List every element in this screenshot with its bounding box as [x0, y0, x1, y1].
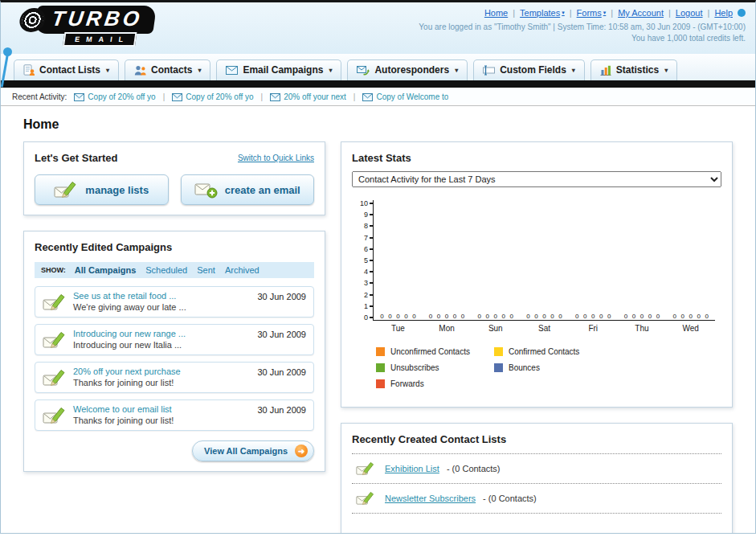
view-all-campaigns-button[interactable]: View All Campaigns ➜ [192, 440, 314, 461]
filter-scheduled[interactable]: Scheduled [145, 265, 187, 275]
pencil-envelope-icon [43, 293, 67, 312]
show-label: SHOW: [41, 266, 66, 274]
campaign-subtitle: Thanks for joining our list! [73, 416, 251, 425]
recent-activity-item[interactable]: Copy of Welcome to [362, 92, 448, 101]
pencil-envelope-icon [54, 180, 78, 199]
chart-value-label: 0 [656, 313, 660, 320]
chevron-down-icon: ▾ [562, 10, 565, 16]
campaigns-title: Recently Edited Campaigns [35, 241, 172, 253]
pencil-envelope-icon [356, 490, 375, 506]
chart-value-label: 0 [672, 313, 676, 320]
contact-list-link[interactable]: Exhibition List [385, 464, 439, 473]
tab-contacts[interactable]: Contacts▾ [125, 59, 210, 80]
campaign-row[interactable]: Introducing our new range ...Introducing… [35, 324, 314, 355]
chart-value-label: 0 [412, 313, 415, 320]
get-started-panel: Let's Get Started Switch to Quick Links … [23, 141, 325, 215]
filter-archived[interactable]: Archived [225, 265, 259, 275]
pencil-envelope-icon [43, 406, 67, 425]
campaign-title-link[interactable]: Introducing our new range ... [73, 329, 251, 338]
filter-all-campaigns[interactable]: All Campaigns [75, 265, 136, 275]
campaign-subtitle: We're giving away our late ... [73, 302, 251, 312]
chevron-down-icon: ▾ [455, 67, 458, 74]
legend-forwards: Forwards [376, 379, 494, 388]
filter-sent[interactable]: Sent [197, 265, 215, 275]
tab-autoresponders[interactable]: Autoresponders▾ [347, 59, 468, 80]
email-small-icon [74, 93, 84, 101]
campaign-date: 30 Jun 2009 [257, 329, 306, 350]
legend-swatch [494, 347, 503, 356]
recent-activity-item[interactable]: Copy of 20% off yo [74, 92, 155, 101]
stats-period-select[interactable]: Contact Activity for the Last 7 Days [352, 171, 721, 187]
chart-x-label: Wed [666, 321, 715, 333]
arrow-right-icon: ➜ [295, 445, 308, 457]
recent-activity-item[interactable]: Copy of 20% off yo [172, 92, 253, 101]
chart-x-label: Fri [569, 321, 618, 333]
create-an-email-button[interactable]: create an email [181, 174, 315, 205]
switch-quick-links-link[interactable]: Switch to Quick Links [238, 154, 314, 162]
contact-list-link[interactable]: Newsletter Subscribers [385, 494, 476, 503]
chart-value-label: 0 [510, 313, 513, 320]
custom-fields-icon [483, 65, 495, 76]
chart-plot: 00000000000000000000000000000000000 [373, 200, 715, 321]
chevron-down-icon: ▾ [329, 67, 332, 74]
top-nav-home[interactable]: Home [484, 8, 508, 18]
campaign-row[interactable]: Welcome to our email listThanks for join… [35, 399, 314, 431]
logo-text: TURBO [34, 6, 157, 34]
campaign-row[interactable]: See us at the retail food ...We're givin… [35, 286, 314, 318]
app-logo[interactable]: TURBO EMAIL [18, 6, 219, 52]
get-started-buttons: manage listscreate an email [35, 174, 314, 205]
campaign-title-link[interactable]: See us at the retail food ... [73, 291, 251, 301]
chart-x-label: Sat [520, 321, 569, 333]
left-column: Let's Get Started Switch to Quick Links … [23, 141, 325, 487]
top-nav-help[interactable]: Help [714, 8, 733, 18]
contact-list-row[interactable]: Newsletter Subscribers- (0 Contacts) [352, 484, 721, 514]
chart-y-axis: 109876543210 [352, 200, 373, 321]
chevron-down-icon: ▾ [106, 67, 109, 74]
chart-value-label: 0 [607, 313, 611, 320]
chart-value-label: 0 [575, 313, 578, 320]
app-window: TURBO EMAIL Home|Templates▾|Forms▾|My Ac… [0, 0, 756, 534]
nav-divider-bar [1, 80, 755, 88]
chart-x-label: Thu [618, 321, 667, 333]
campaign-title-link[interactable]: Welcome to our email list [73, 404, 251, 414]
campaign-filterbar: SHOW: All CampaignsScheduledSentArchived [35, 262, 314, 278]
top-nav-templates[interactable]: Templates▾ [520, 8, 565, 18]
top-nav: Home|Templates▾|Forms▾|My Account|Logout… [484, 8, 733, 18]
top-nav-my-account[interactable]: My Account [618, 8, 664, 18]
chart-value-label: 0 [494, 313, 497, 320]
contact-list-row[interactable]: Exhibition List- (0 Contacts) [352, 454, 721, 484]
chart-legend: Unconfirmed ContactsConfirmed ContactsUn… [376, 347, 721, 395]
campaign-date: 30 Jun 2009 [257, 367, 306, 387]
page-title: Home [23, 117, 733, 132]
tab-custom-fields[interactable]: Custom Fields▾ [473, 59, 585, 80]
chart-value-label: 0 [380, 313, 383, 320]
chart-value-label: 0 [599, 313, 603, 320]
legend-swatch [494, 363, 503, 372]
campaign-date: 30 Jun 2009 [257, 291, 306, 312]
top-right-area: Home|Templates▾|Forms▾|My Account|Logout… [419, 2, 755, 54]
chart-bar-group: 00000 [471, 200, 520, 320]
campaign-row[interactable]: 20% off your next purchaseThanks for joi… [35, 362, 314, 393]
main-nav-tabs: Contact Lists▾Contacts▾Email Campaigns▾A… [1, 54, 755, 80]
campaign-subtitle: Thanks for joining our list! [73, 378, 251, 387]
legend-unconfirmed-contacts: Unconfirmed Contacts [376, 347, 494, 356]
recent-activity-label: Recent Activity: [12, 92, 67, 101]
chart-value-label: 0 [526, 313, 529, 320]
campaign-title-link[interactable]: 20% off your next purchase [73, 367, 251, 376]
chart-value-label: 0 [478, 313, 481, 320]
contact-list-items: Exhibition List- (0 Contacts)Newsletter … [352, 453, 721, 514]
tab-email-campaigns[interactable]: Email Campaigns▾ [216, 59, 341, 80]
contact-lists-panel: Recently Created Contact Lists Exhibitio… [341, 423, 733, 534]
chart-value-label: 0 [558, 313, 562, 320]
chevron-down-icon: ▾ [664, 67, 668, 74]
top-nav-logout[interactable]: Logout [676, 8, 703, 18]
campaigns-panel: Recently Edited Campaigns SHOW: All Camp… [23, 231, 325, 472]
chart-value-label: 0 [502, 313, 505, 320]
chart-value-label: 0 [396, 313, 399, 320]
tab-statistics[interactable]: Statistics▾ [590, 59, 677, 80]
tab-contact-lists[interactable]: Contact Lists▾ [14, 59, 119, 80]
chevron-down-icon: ▾ [198, 67, 201, 74]
manage-lists-button[interactable]: manage lists [35, 174, 169, 205]
top-nav-forms[interactable]: Forms▾ [577, 8, 607, 18]
recent-activity-item[interactable]: 20% off your next [270, 92, 346, 101]
